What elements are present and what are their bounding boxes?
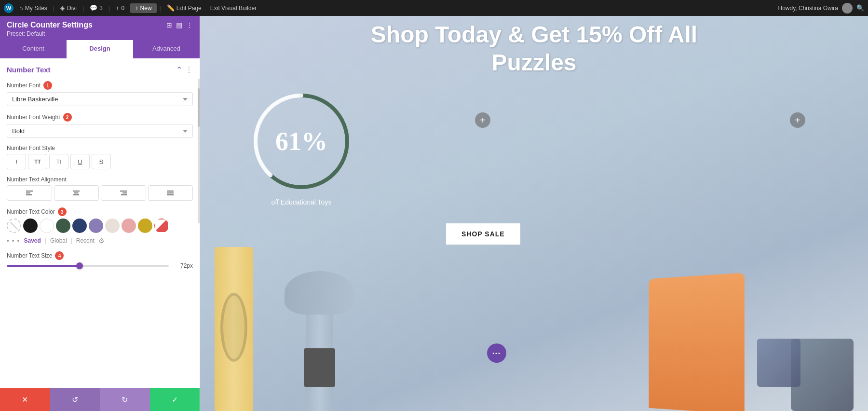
color-swatch-transparent[interactable]: [7, 219, 21, 233]
circle-counter[interactable]: 61%: [248, 88, 354, 194]
collapse-arrow[interactable]: ⌃: [176, 65, 182, 74]
toy-blue-cube: [757, 339, 800, 387]
underline-button[interactable]: U: [70, 154, 90, 169]
svg-rect-7: [122, 192, 127, 193]
panel-header: Circle Counter Settings ⊞ ▤ ⋮ Preset: De…: [0, 16, 200, 40]
number-size-slider-thumb[interactable]: [76, 262, 83, 269]
color-swatch-dark-blue[interactable]: [72, 219, 87, 233]
color-tabs: • • • Saved | Global | Recent ⚙: [7, 237, 193, 245]
number-font-style-label: Number Font Style: [7, 145, 193, 151]
color-swatches: [7, 219, 193, 233]
italic-button[interactable]: I: [7, 154, 26, 169]
number-size-slider-track[interactable]: [7, 265, 169, 267]
toy-wrench: [277, 266, 364, 411]
save-button[interactable]: ✓: [150, 388, 200, 411]
align-left-button[interactable]: [7, 185, 52, 201]
panel-title: Circle Counter Settings: [7, 21, 93, 29]
number-text-color-label: Number Text Color 3: [7, 207, 193, 216]
number-text-color-row: Number Text Color 3 • • •: [7, 207, 193, 245]
notifications-menu[interactable]: + 0: [113, 3, 127, 13]
panel-header-icons: ⊞ ▤ ⋮: [166, 21, 193, 29]
circle-counter-text: 61%: [248, 88, 354, 194]
search-icon[interactable]: 🔍: [856, 4, 864, 12]
wp-icon[interactable]: W: [4, 3, 14, 13]
align-justify-button[interactable]: [148, 185, 193, 201]
number-text-alignment-label: Number Text Alignment: [7, 176, 193, 183]
panel-footer: ✕ ↺ ↻ ✓: [0, 388, 200, 411]
home-icon: ⌂: [19, 4, 23, 12]
panel-preset[interactable]: Preset: Default: [7, 30, 193, 37]
color-swatch-beige[interactable]: [105, 219, 120, 233]
new-label: + New: [135, 5, 151, 12]
svg-rect-9: [167, 191, 174, 192]
saved-colors-tab[interactable]: Saved: [24, 237, 41, 244]
panel-scroll-handle: [198, 79, 200, 223]
svg-rect-10: [167, 192, 174, 193]
align-left-icon: [26, 189, 33, 197]
section-title: Number Text: [7, 66, 51, 74]
new-button[interactable]: + New: [130, 3, 156, 13]
recent-colors-tab[interactable]: Recent: [76, 237, 95, 244]
color-swatch-custom[interactable]: [154, 219, 169, 233]
headline-line1: Shop Today & Get 15% Off All: [371, 21, 697, 49]
panel-scroll-thumb[interactable]: [198, 88, 200, 127]
align-center-icon: [72, 189, 80, 197]
panel-tabs: Content Design Advanced: [0, 40, 200, 58]
top-bar: W ⌂ My Sites | ◈ Divi | 💬 3 | + 0 + New …: [0, 0, 868, 16]
color-more-dots[interactable]: • • •: [7, 237, 20, 245]
close-button[interactable]: ✕: [0, 388, 50, 411]
edit-page-button[interactable]: ✏️ Edit Page: [164, 3, 204, 13]
color-swatch-purple[interactable]: [89, 219, 103, 233]
color-swatch-black[interactable]: [23, 219, 38, 233]
number-font-style-row: Number Font Style I TT Tt U S: [7, 145, 193, 169]
redo-button[interactable]: ↻: [100, 388, 150, 411]
svg-rect-1: [26, 192, 30, 193]
number-font-badge: 1: [43, 81, 52, 90]
uppercase-button[interactable]: TT: [28, 154, 47, 169]
section-more-button[interactable]: ⋮: [185, 65, 193, 74]
svg-rect-8: [121, 194, 127, 195]
tab-design[interactable]: Design: [67, 40, 133, 58]
toy-shapes: [200, 228, 868, 411]
comment-icon: 💬: [90, 4, 97, 12]
columns-icon[interactable]: ▤: [176, 21, 182, 29]
resize-icon[interactable]: ⊞: [166, 21, 172, 29]
number-size-value: 72px: [174, 262, 193, 269]
divi-menu[interactable]: ◈ Divi: [57, 3, 80, 13]
svg-rect-2: [26, 194, 32, 195]
tab-advanced[interactable]: Advanced: [133, 40, 200, 58]
align-center-button[interactable]: [54, 185, 99, 201]
svg-rect-5: [73, 194, 79, 195]
color-swatch-dark-green[interactable]: [56, 219, 70, 233]
strikethrough-button[interactable]: S: [92, 154, 111, 169]
color-swatch-pink[interactable]: [122, 219, 136, 233]
capitalize-button[interactable]: Tt: [49, 154, 68, 169]
svg-rect-4: [74, 192, 79, 193]
notification-icon: +: [116, 4, 120, 12]
global-colors-tab[interactable]: Global: [50, 237, 67, 244]
number-font-select[interactable]: Libre Baskerville Arial Georgia Helvetic…: [7, 92, 193, 106]
undo-button[interactable]: ↺: [50, 388, 100, 411]
svg-rect-6: [120, 191, 127, 192]
align-justify-icon: [166, 189, 174, 197]
canvas-area: Shop Today & Get 15% Off All Puzzles 6: [200, 16, 868, 411]
color-settings-icon[interactable]: ⚙: [98, 237, 105, 245]
add-button-right[interactable]: +: [790, 112, 805, 128]
tab-content[interactable]: Content: [0, 40, 67, 58]
divi-icon: ◈: [60, 4, 65, 12]
user-greeting: Howdy, Christina Gwira: [778, 5, 838, 12]
color-swatch-gold[interactable]: [138, 219, 152, 233]
main-area: Circle Counter Settings ⊞ ▤ ⋮ Preset: De…: [0, 16, 868, 411]
my-sites-menu[interactable]: ⌂ My Sites: [16, 3, 50, 13]
color-swatch-white[interactable]: [40, 219, 54, 233]
number-text-size-badge: 4: [55, 251, 64, 260]
number-font-weight-select[interactable]: Thin Light Regular Bold Extra Bold: [7, 124, 193, 138]
user-avatar[interactable]: [842, 3, 853, 14]
number-text-size-row: Number Text Size 4 72px: [7, 251, 193, 269]
exit-visual-builder-button[interactable]: Exit Visual Builder: [207, 3, 260, 13]
add-button-center[interactable]: +: [475, 112, 490, 128]
comments-menu[interactable]: 💬 3: [87, 3, 106, 13]
align-right-button[interactable]: [101, 185, 146, 201]
svg-rect-11: [167, 194, 174, 195]
more-icon[interactable]: ⋮: [186, 21, 193, 29]
